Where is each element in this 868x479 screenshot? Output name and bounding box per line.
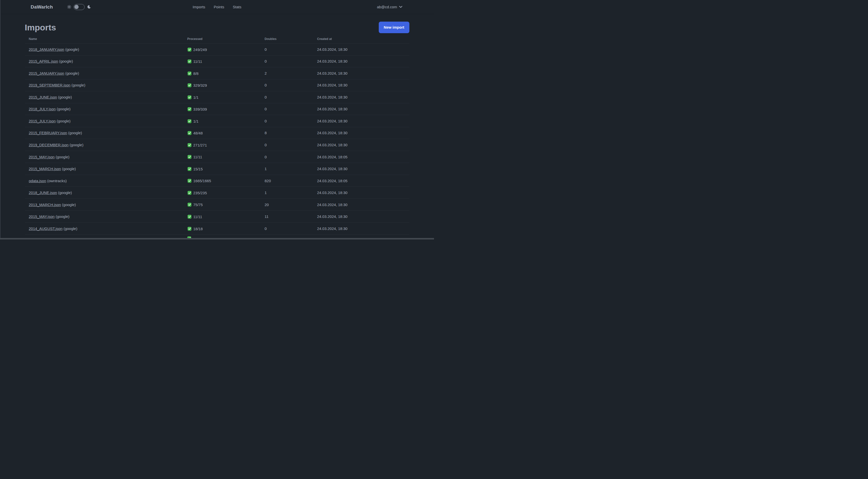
processed-count: 339/339	[193, 107, 207, 112]
import-file-link[interactable]: 2015_JUNE.json	[29, 95, 57, 99]
import-file-link[interactable]: 2013_MARCH.json	[29, 203, 61, 207]
success-check-icon	[187, 215, 192, 219]
import-file-link[interactable]: 2015_JANUARY.json	[29, 71, 64, 76]
imports-page: Imports New import Name Processed Double…	[25, 22, 409, 239]
processed-cell: 11/11	[183, 55, 261, 67]
created-at-cell: 24.03.2024, 18:30	[313, 79, 409, 91]
processed-count: 75/75	[193, 202, 203, 207]
import-file-link[interactable]: 2015_MARCH.json	[29, 167, 61, 171]
doubles-cell: 820	[261, 175, 313, 187]
processed-cell: 1/1	[183, 115, 261, 127]
import-source-label: (google)	[59, 59, 73, 63]
doubles-cell: 0	[261, 115, 313, 127]
import-file-link[interactable]: 2015_MAY.json	[29, 155, 55, 159]
table-row: 2018_JULY.json (google) 339/339 0 24.03.…	[25, 103, 409, 115]
processed-cell: 11/11	[183, 211, 261, 223]
name-cell: odata.json (owntracks)	[25, 175, 183, 187]
import-file-link[interactable]: 2018_JULY.json	[29, 107, 56, 111]
nav-link-stats[interactable]: Stats	[233, 5, 241, 9]
table-row: odata.json (owntracks) 1665/1665 820 24.…	[25, 175, 409, 187]
table-row: 2014_AUGUST.json (google) 18/18 0 24.03.…	[25, 222, 409, 235]
processed-count: 11/11	[193, 154, 202, 159]
doubles-cell: 8	[261, 127, 313, 139]
table-row: 2019_DECEMBER.json (google) 271/271 0 24…	[25, 139, 409, 151]
import-source-label: (google)	[62, 167, 76, 171]
success-check-icon	[187, 167, 192, 171]
import-source-label: (google)	[65, 71, 79, 76]
doubles-cell: 20	[261, 199, 313, 211]
success-check-icon	[187, 119, 192, 123]
import-file-link[interactable]: 2019_SEPTEMBER.json	[29, 83, 70, 87]
processed-count: 1/1	[193, 119, 199, 124]
import-source-label: (google)	[71, 83, 85, 87]
doubles-cell: 0	[261, 91, 313, 103]
page-title: Imports	[25, 22, 56, 33]
doubles-cell: 0	[261, 222, 313, 235]
app-logo[interactable]: DaWarIch	[31, 4, 53, 10]
import-source-label: (google)	[56, 214, 69, 219]
success-check-icon	[187, 143, 192, 147]
table-row: 2018_JUNE.json (google) 235/235 1 24.03.…	[25, 187, 409, 199]
import-source-label: (owntracks)	[47, 179, 67, 183]
import-file-link[interactable]: odata.json	[29, 179, 46, 183]
table-row: 2015_JANUARY.json (google) 8/8 2 24.03.2…	[25, 67, 409, 80]
processed-cell: 48/48	[183, 127, 261, 139]
created-at-cell: 24.03.2024, 18:30	[313, 199, 409, 211]
import-file-link[interactable]: 2015_APRIL.json	[29, 59, 58, 63]
doubles-cell: 0	[261, 43, 313, 56]
user-menu[interactable]: ab@cd.com	[377, 5, 402, 9]
import-file-link[interactable]: 2014_AUGUST.json	[29, 227, 63, 231]
nav-link-points[interactable]: Points	[214, 5, 224, 9]
window-left-edge	[0, 0, 0, 239]
import-source-label: (google)	[62, 203, 76, 207]
table-row: 2015_JULY.json (google) 1/1 0 24.03.2024…	[25, 115, 409, 127]
success-check-icon	[187, 83, 192, 87]
processed-count: 48/48	[193, 130, 203, 136]
processed-cell: 329/329	[183, 79, 261, 91]
name-cell: 2019_DECEMBER.json (google)	[25, 139, 183, 151]
name-cell: 2019_SEPTEMBER.json (google)	[25, 79, 183, 91]
processed-count: 11/11	[193, 214, 202, 219]
created-at-cell: 24.03.2024, 18:30	[313, 163, 409, 175]
chevron-down-icon	[399, 6, 402, 8]
new-import-button[interactable]: New import	[379, 22, 409, 33]
theme-toggle-switch[interactable]	[73, 4, 85, 10]
table-row: 2015_MAY.json (google) 11/11 0 24.03.202…	[25, 151, 409, 163]
created-at-cell: 24.03.2024, 18:30	[313, 103, 409, 115]
name-cell: 2018_JANUARY.json (google)	[25, 43, 183, 56]
doubles-cell: 0	[261, 79, 313, 91]
doubles-cell: 1	[261, 187, 313, 199]
column-header-created-at: Created at	[313, 36, 409, 43]
doubles-cell: 1	[261, 163, 313, 175]
table-row: 2015_MARCH.json (google) 15/15 1 24.03.2…	[25, 163, 409, 175]
import-file-link[interactable]: 2019_DECEMBER.json	[29, 143, 68, 147]
import-file-link[interactable]: 2015_MAY.json	[29, 214, 55, 219]
processed-cell: 11/11	[183, 151, 261, 163]
success-check-icon	[187, 236, 191, 238]
table-row: 2015_FEBRUARY.json (google) 48/48 8 24.0…	[25, 127, 409, 139]
created-at-cell: 24.03.2024, 18:30	[313, 211, 409, 223]
imports-table: Name Processed Doubles Created at 2018_J…	[25, 36, 409, 239]
name-cell: 2013_MARCH.json (google)	[25, 199, 183, 211]
table-body: 2018_JANUARY.json (google) 249/249 0 24.…	[25, 43, 409, 240]
created-at-cell: 24.03.2024, 18:05	[313, 151, 409, 163]
created-at-cell: 24.03.2024, 18:30	[313, 139, 409, 151]
processed-cell: 15/15	[183, 163, 261, 175]
created-at-cell: 24.03.2024, 18:30	[313, 55, 409, 67]
created-at-cell: 24.03.2024, 18:30	[313, 43, 409, 56]
theme-toggle-group	[67, 4, 91, 10]
import-source-label: (google)	[57, 119, 70, 123]
processed-count: 249/249	[193, 47, 207, 52]
import-source-label: (google)	[69, 143, 83, 147]
nav-link-imports[interactable]: Imports	[193, 5, 205, 9]
top-navbar: DaWarIch Imports Point	[0, 0, 434, 14]
processed-cell: 8/8	[183, 67, 261, 80]
import-file-link[interactable]: 2018_JUNE.json	[29, 190, 57, 195]
created-at-cell: 24.03.2024, 18:30	[313, 187, 409, 199]
horizontal-scrollbar[interactable]	[0, 238, 434, 239]
import-file-link[interactable]: 2015_JULY.json	[29, 119, 56, 123]
doubles-cell: 2	[261, 67, 313, 80]
doubles-cell: 0	[261, 151, 313, 163]
import-file-link[interactable]: 2015_FEBRUARY.json	[29, 131, 67, 135]
import-file-link[interactable]: 2018_JANUARY.json	[29, 47, 64, 52]
